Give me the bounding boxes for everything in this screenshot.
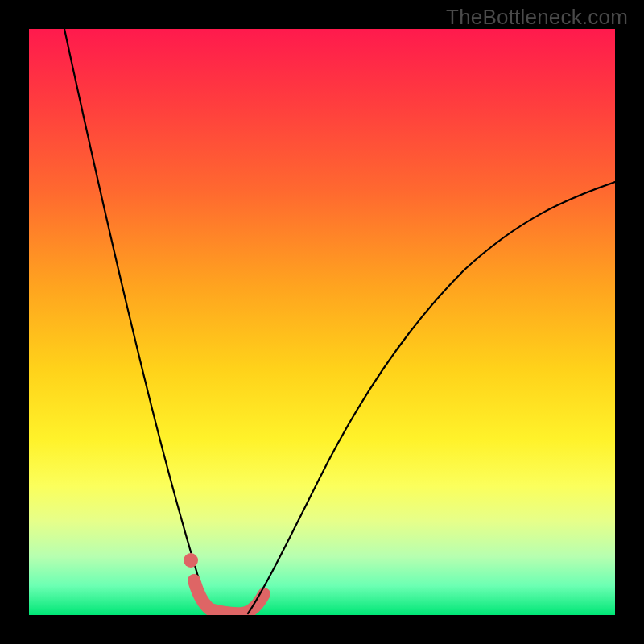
highlight-dot: [184, 553, 198, 568]
valley-highlight: [194, 580, 264, 613]
left-curve: [64, 29, 212, 613]
plot-area: [29, 29, 615, 615]
chart-frame: TheBottleneck.com: [0, 0, 644, 644]
right-curve: [248, 182, 615, 613]
curves-svg: [29, 29, 615, 615]
watermark-text: TheBottleneck.com: [446, 5, 628, 30]
